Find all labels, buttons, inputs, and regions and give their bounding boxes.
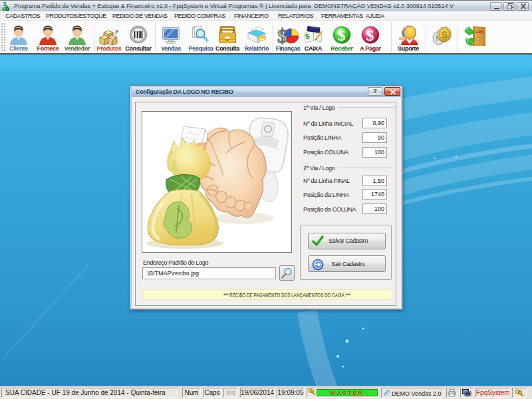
svg-text:$: $ xyxy=(338,27,346,44)
svg-text:EXIT: EXIT xyxy=(475,29,483,34)
svg-text:$: $ xyxy=(277,25,287,46)
svg-text:$: $ xyxy=(366,27,374,44)
